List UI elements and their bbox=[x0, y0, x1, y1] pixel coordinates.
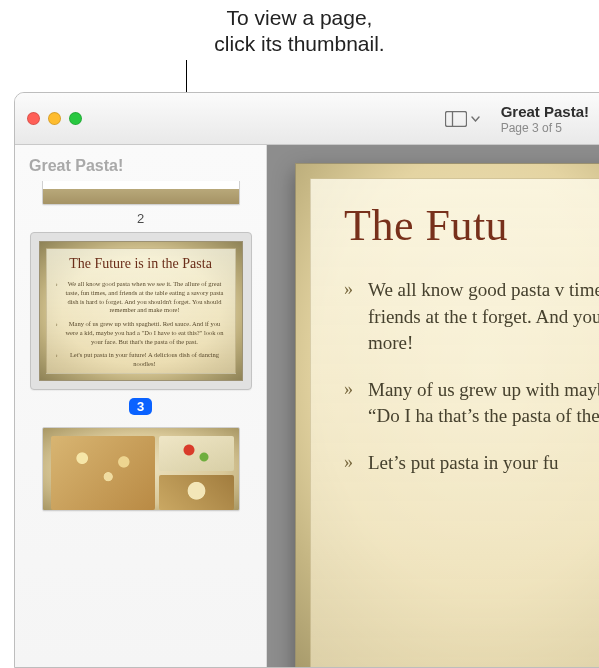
main-content-area[interactable]: The Futu We all know good pasta v times,… bbox=[267, 145, 599, 667]
title-block: Great Pasta! Page 3 of 5 bbox=[501, 103, 589, 135]
thumb3-title: The Future is in the Pasta bbox=[56, 256, 226, 272]
thumb3-bullet: Many of us grew up with spaghetti. Red s… bbox=[56, 320, 226, 346]
thumbnail-page-3[interactable]: The Future is in the Pasta We all know g… bbox=[25, 232, 256, 421]
window-titlebar: Great Pasta! Page 3 of 5 bbox=[15, 93, 599, 145]
chevron-down-icon bbox=[471, 116, 480, 122]
sidebar-view-menu-button[interactable] bbox=[440, 108, 485, 130]
preview-window: Great Pasta! Page 3 of 5 Great Pasta! 2 … bbox=[14, 92, 599, 668]
thumbnail-sidebar[interactable]: Great Pasta! 2 The Future is in the Past… bbox=[15, 145, 267, 667]
sidebar-icon bbox=[445, 111, 467, 127]
thumbnail-page-3-preview: The Future is in the Pasta We all know g… bbox=[39, 241, 243, 381]
thumb4-image bbox=[159, 475, 235, 510]
slide-bullet: Let’s put pasta in your fu bbox=[344, 450, 599, 477]
traffic-lights bbox=[27, 112, 82, 125]
slide-bullet: We all know good pasta v times, and frie… bbox=[344, 277, 599, 357]
close-window-button[interactable] bbox=[27, 112, 40, 125]
app-body: Great Pasta! 2 The Future is in the Past… bbox=[15, 145, 599, 667]
thumbnail-page-4[interactable] bbox=[25, 427, 256, 511]
thumbnail-page-1-partial[interactable] bbox=[25, 181, 256, 205]
thumb3-bullet: We all know good pasta when we see it. T… bbox=[56, 280, 226, 315]
page-indicator: Page 3 of 5 bbox=[501, 121, 589, 135]
zoom-window-button[interactable] bbox=[69, 112, 82, 125]
slide-title: The Futu bbox=[344, 200, 599, 251]
thumb4-image bbox=[159, 436, 235, 471]
current-page-view: The Futu We all know good pasta v times,… bbox=[295, 163, 599, 667]
callout-line2: click its thumbnail. bbox=[0, 31, 599, 57]
callout-line1: To view a page, bbox=[0, 5, 599, 31]
document-title: Great Pasta! bbox=[501, 103, 589, 120]
svg-rect-0 bbox=[445, 111, 466, 126]
page-number-2: 2 bbox=[25, 211, 256, 226]
help-callout: To view a page, click its thumbnail. bbox=[0, 5, 599, 58]
slide-bullet: Many of us grew up with maybe you had a … bbox=[344, 377, 599, 430]
page-number-3-current: 3 bbox=[129, 398, 152, 415]
minimize-window-button[interactable] bbox=[48, 112, 61, 125]
sidebar-doc-title: Great Pasta! bbox=[29, 157, 254, 175]
thumb3-bullet: Let's put pasta in your future! A delici… bbox=[56, 351, 226, 369]
thumb4-image bbox=[51, 436, 155, 510]
